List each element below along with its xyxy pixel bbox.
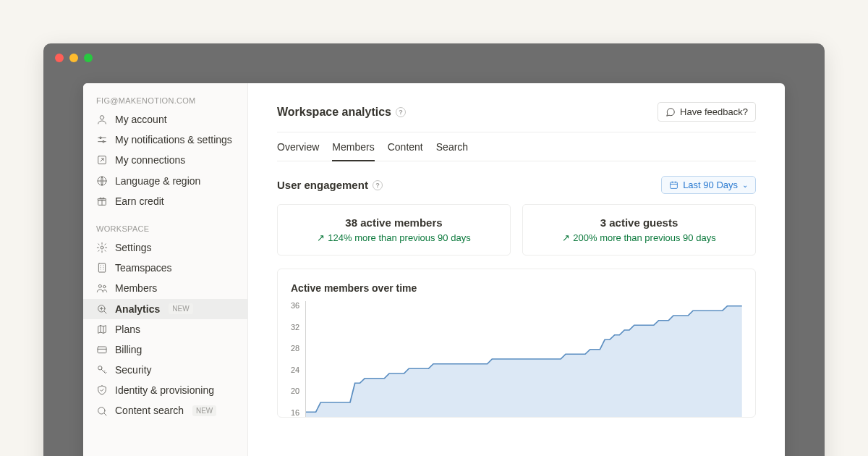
tab-search[interactable]: Search — [436, 141, 468, 161]
card-trend-text: 124% more than previous 90 days — [328, 232, 470, 243]
sidebar-item-label: Analytics — [115, 303, 160, 316]
svg-rect-10 — [98, 263, 105, 272]
page-title: Workspace analytics ? — [277, 106, 406, 119]
engagement-title: User engagement ? — [277, 179, 383, 191]
map-icon — [96, 324, 108, 335]
sidebar-item-settings[interactable]: Settings — [83, 237, 247, 258]
content-area: Workspace analytics ? Have feedback? Ove… — [248, 83, 785, 456]
sidebar-item-language-region[interactable]: Language & region — [83, 171, 247, 191]
gear-icon — [96, 242, 108, 253]
sidebar-item-label: My account — [115, 113, 167, 126]
card-icon — [96, 344, 108, 355]
svg-line-29 — [104, 413, 106, 415]
key-icon — [96, 364, 108, 376]
date-range-label: Last 90 Days — [683, 180, 738, 190]
chart-container: Active members over time 363228242016 — [277, 269, 756, 418]
calendar-icon — [669, 180, 678, 190]
search-icon — [96, 405, 108, 417]
y-tick-label: 28 — [291, 344, 299, 352]
y-tick-label: 32 — [291, 323, 299, 332]
y-tick-label: 36 — [291, 301, 299, 310]
svg-rect-33 — [671, 182, 678, 189]
sidebar-item-analytics[interactable]: AnalyticsNEW — [83, 299, 247, 319]
minimize-window-button[interactable] — [69, 54, 78, 62]
svg-point-9 — [101, 246, 103, 249]
page-title-text: Workspace analytics — [277, 106, 391, 119]
sidebar-item-plans[interactable]: Plans — [83, 319, 247, 339]
chat-icon — [665, 107, 676, 117]
sidebar-item-label: Identity & provisioning — [115, 384, 214, 397]
sidebar-item-label: Billing — [115, 343, 142, 356]
chart-area-fill — [306, 306, 742, 417]
engagement-header: User engagement ? Last 90 Days ⌄ — [277, 161, 756, 204]
sidebar-item-label: Plans — [115, 323, 140, 336]
sidebar-item-label: Earn credit — [115, 195, 164, 208]
engagement-title-text: User engagement — [277, 179, 368, 191]
magnify-chart-icon — [96, 303, 108, 315]
feedback-button[interactable]: Have feedback? — [658, 102, 756, 122]
shield-check-icon — [96, 384, 108, 396]
help-icon[interactable]: ? — [373, 180, 383, 190]
chart-svg — [306, 301, 742, 417]
sidebar-item-label: Settings — [115, 241, 152, 254]
close-window-button[interactable] — [55, 54, 64, 62]
link-out-icon — [96, 154, 108, 166]
y-tick-label: 20 — [291, 387, 299, 395]
sidebar-item-my-notifications-settings[interactable]: My notifications & settings — [83, 130, 247, 150]
chart-plot — [305, 301, 742, 417]
chevron-down-icon: ⌄ — [742, 181, 748, 189]
svg-point-17 — [98, 285, 101, 288]
card-title: 3 active guests — [535, 216, 744, 229]
trend-up-icon: ↗ — [562, 232, 570, 243]
trend-up-icon: ↗ — [317, 232, 325, 243]
date-range-filter[interactable]: Last 90 Days ⌄ — [661, 176, 756, 194]
card-trend: ↗200% more than previous 90 days — [535, 232, 744, 243]
sidebar-item-earn-credit[interactable]: Earn credit — [83, 191, 247, 211]
sidebar-item-label: Teamspaces — [115, 261, 172, 274]
sidebar-item-content-search[interactable]: Content searchNEW — [83, 400, 247, 421]
y-tick-label: 16 — [291, 408, 299, 417]
tab-overview[interactable]: Overview — [277, 141, 319, 161]
new-badge: NEW — [169, 303, 192, 314]
sidebar-item-teamspaces[interactable]: Teamspaces — [83, 258, 247, 278]
globe-icon — [96, 175, 108, 187]
settings-modal: FIG@MAKENOTION.COM My accountMy notifica… — [83, 83, 785, 456]
building-icon — [96, 262, 108, 274]
app-window: FIG@MAKENOTION.COM My accountMy notifica… — [43, 43, 825, 456]
sidebar-item-members[interactable]: Members — [83, 278, 247, 298]
sidebar-item-label: Content search — [115, 404, 184, 417]
chart-y-axis: 363228242016 — [291, 301, 305, 417]
tabs: OverviewMembersContentSearch — [277, 132, 756, 161]
tab-members[interactable]: Members — [332, 141, 374, 161]
help-icon[interactable]: ? — [396, 107, 406, 117]
sidebar-item-label: My connections — [115, 153, 185, 166]
sidebar-item-label: My notifications & settings — [115, 133, 232, 146]
sidebar-item-billing[interactable]: Billing — [83, 339, 247, 360]
svg-line-20 — [104, 311, 106, 313]
tab-content[interactable]: Content — [388, 141, 423, 161]
sidebar-item-my-connections[interactable]: My connections — [83, 150, 247, 170]
gift-icon — [96, 195, 108, 207]
sidebar-item-security[interactable]: Security — [83, 360, 247, 380]
maximize-window-button[interactable] — [84, 54, 93, 62]
sidebar-item-label: Language & region — [115, 174, 200, 187]
chart-title: Active members over time — [291, 282, 742, 294]
sidebar-item-label: Security — [115, 363, 152, 376]
y-tick-label: 24 — [291, 366, 299, 374]
sidebar-item-my-account[interactable]: My account — [83, 109, 247, 130]
card-title: 38 active members — [289, 216, 498, 229]
page-header: Workspace analytics ? Have feedback? — [277, 102, 756, 132]
sliders-icon — [96, 134, 108, 145]
sidebar-item-label: Members — [115, 282, 157, 295]
new-badge: NEW — [192, 405, 216, 416]
window-controls — [43, 43, 825, 72]
summary-card: 3 active guests↗200% more than previous … — [522, 204, 756, 256]
feedback-label: Have feedback? — [680, 106, 748, 117]
card-trend: ↗124% more than previous 90 days — [289, 232, 498, 243]
sidebar-item-identity-provisioning[interactable]: Identity & provisioning — [83, 380, 247, 400]
chart-area: 363228242016 — [291, 301, 742, 417]
workspace-section-label: WORKSPACE — [83, 221, 247, 237]
settings-sidebar: FIG@MAKENOTION.COM My accountMy notifica… — [83, 83, 248, 456]
summary-cards: 38 active members↗124% more than previou… — [277, 204, 756, 256]
account-icon — [96, 114, 108, 125]
